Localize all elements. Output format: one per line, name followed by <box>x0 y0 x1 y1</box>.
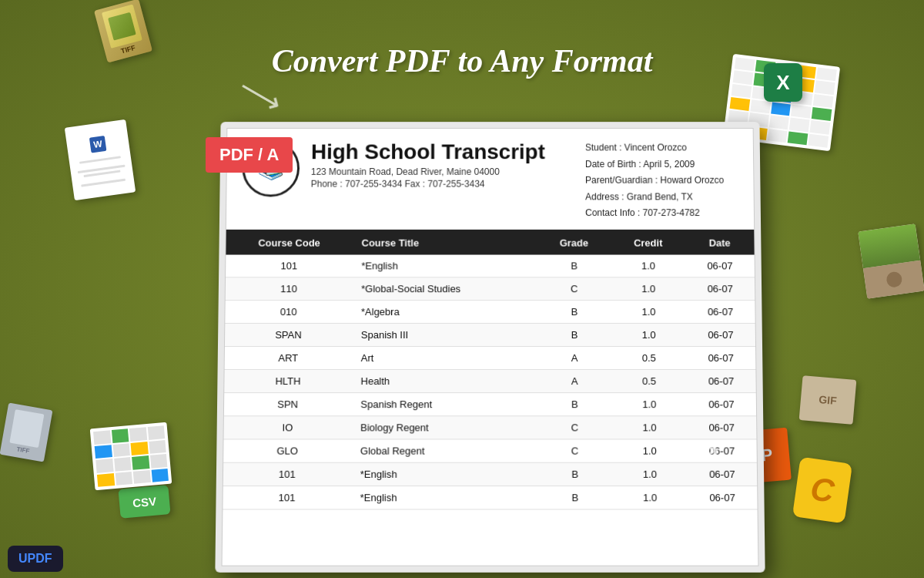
col-title: Course Title <box>352 231 537 255</box>
table-row: SPANSpanish IIIB1.006-07 <box>225 324 755 347</box>
course-table: Course Code Course Title Grade Credit Da… <box>223 231 757 510</box>
document: 📚 High School Transcript 123 Mountain Ro… <box>222 128 759 566</box>
document-wrapper: 📚 High School Transcript 123 Mountain Ro… <box>215 122 765 573</box>
table-row: 101*EnglishB1.006-07 <box>226 255 755 277</box>
transcript-title: High School Transcript <box>311 140 585 164</box>
table-row: 101*EnglishB1.006-07 <box>223 486 757 509</box>
school-address: 123 Mountain Road, Dead River, Maine 040… <box>311 166 585 177</box>
col-grade: Grade <box>537 231 611 255</box>
student-name-row: Student : Vincent Orozco <box>585 140 738 156</box>
tiff2-icon: TIFF <box>0 402 52 462</box>
csv-icon: CSV <box>118 485 170 519</box>
school-info: High School Transcript 123 Mountain Road… <box>310 140 585 222</box>
student-guardian-row: Parent/Guardian : Howard Orozco <box>585 173 738 189</box>
page-title: Convert PDF to Any Format <box>272 42 653 79</box>
student-address-row: Address : Grand Bend, TX <box>585 189 738 205</box>
excel-icon: X <box>764 63 802 102</box>
student-dob-row: Date of Birth : April 5, 2009 <box>585 156 738 173</box>
doc-header: 📚 High School Transcript 123 Mountain Ro… <box>226 129 754 231</box>
photo-icon <box>858 223 924 299</box>
school-phone: Phone : 707-255-3434 Fax : 707-255-3434 <box>311 179 585 190</box>
col-credit: Credit <box>611 231 685 255</box>
student-contact-row: Contact Info : 707-273-4782 <box>585 206 738 222</box>
grid-icon <box>90 422 172 490</box>
col-date: Date <box>685 231 755 255</box>
table-row: SPNSpanish RegentB1.006-07 <box>224 393 756 416</box>
table-row: ARTArtA0.506-07 <box>225 346 756 369</box>
table-row: 110*Global-Social StudiesC1.006-07 <box>226 277 755 301</box>
student-info: Student : Vincent Orozco Date of Birth :… <box>585 140 738 222</box>
c-lang-icon: C <box>792 457 852 524</box>
pdf-badge: PDF / A <box>206 137 293 173</box>
table-row: HLTHHealthA0.506-07 <box>224 369 755 392</box>
gif-icon: GIF <box>799 375 857 425</box>
table-header-row: Course Code Course Title Grade Credit Da… <box>226 231 754 255</box>
table-row: 101*EnglishB1.006-07 <box>223 462 757 486</box>
updf-logo[interactable]: UPDF <box>8 546 63 572</box>
table-row: 010*AlgebraB1.006-07 <box>225 301 755 324</box>
table-row: IOBiology RegentC1.006-07 <box>224 416 757 439</box>
word-icon: W <box>92 138 102 150</box>
tiff-icon: TIFF <box>94 0 152 63</box>
word-doc-icon: W <box>65 119 136 200</box>
table-row: GLOGlobal RegentC1.006-07 <box>223 439 757 462</box>
col-code: Course Code <box>226 231 352 255</box>
